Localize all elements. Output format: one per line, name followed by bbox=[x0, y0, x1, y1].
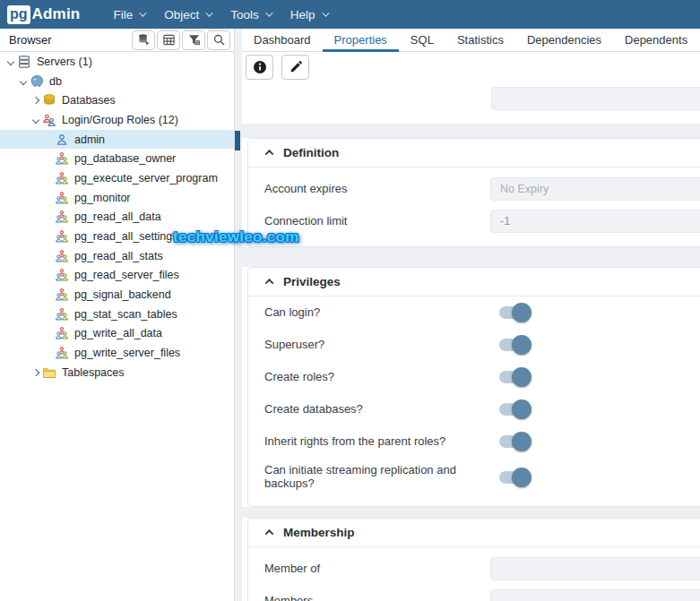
role-icon bbox=[55, 171, 70, 185]
tree-item-label: pg_read_server_files bbox=[74, 269, 179, 281]
tree-expander[interactable] bbox=[16, 79, 30, 84]
tree-item-pg-read-server-files[interactable]: pg_read_server_files bbox=[0, 266, 234, 286]
edit-button[interactable] bbox=[281, 55, 309, 80]
menu-tools[interactable]: Tools bbox=[220, 0, 281, 29]
membership-section-header[interactable]: Membership bbox=[248, 519, 700, 547]
superuser-toggle[interactable] bbox=[499, 339, 530, 351]
collapse-chevron-icon[interactable] bbox=[265, 279, 274, 288]
tree-expander[interactable] bbox=[29, 370, 42, 375]
info-button[interactable] bbox=[246, 55, 273, 80]
account-expires-input[interactable] bbox=[490, 177, 700, 201]
tree-item-pg-write-server-files[interactable]: pg_write_server_files bbox=[0, 343, 234, 363]
tab-dependencies[interactable]: Dependencies bbox=[515, 29, 613, 51]
chevron-down-icon[interactable] bbox=[19, 77, 26, 84]
tree-item-pg-database-owner[interactable]: pg_database_owner bbox=[0, 149, 234, 168]
privilege-row: Can login? bbox=[248, 296, 700, 329]
tree-expander[interactable] bbox=[4, 59, 17, 64]
tree-item-pg-write-all-data[interactable]: pg_write_all_data bbox=[0, 324, 234, 344]
chevron-down-icon bbox=[139, 9, 146, 16]
tree-item-pg-read-all-settings[interactable]: pg_read_all_settings bbox=[0, 227, 234, 246]
toggle-knob bbox=[512, 367, 531, 387]
tree-item-pg-read-all-stats[interactable]: pg_read_all_stats bbox=[0, 246, 234, 266]
tree-item-label: Tablespaces bbox=[62, 366, 125, 379]
member-of-input[interactable] bbox=[490, 557, 700, 580]
form-row: Connection limit bbox=[248, 205, 700, 237]
tree-item-label: pg_read_all_settings bbox=[74, 230, 177, 243]
chevron-down-icon bbox=[322, 9, 329, 16]
toggle-knob bbox=[512, 468, 531, 487]
collapse-chevron-icon[interactable] bbox=[265, 529, 274, 538]
create-roles-toggle[interactable] bbox=[499, 371, 530, 383]
tree-item-databases[interactable]: Databases bbox=[0, 90, 234, 110]
toggle-knob bbox=[512, 432, 531, 451]
app-header: pg Admin FileObjectToolsHelp bbox=[0, 0, 700, 29]
tree-item-admin[interactable]: admin bbox=[0, 130, 234, 150]
tree-item-pg-signal-backend[interactable]: pg_signal_backend bbox=[0, 285, 234, 305]
privilege-row: Inherit rights from the parent roles? bbox=[248, 425, 700, 458]
tab-statistics[interactable]: Statistics bbox=[445, 29, 515, 51]
tree-item-db[interactable]: db bbox=[0, 72, 234, 91]
toggle-knob bbox=[512, 399, 531, 419]
menu-file[interactable]: File bbox=[103, 0, 154, 29]
object-explorer-tree: Servers (1)dbDatabasesLogin/Group Roles … bbox=[0, 52, 235, 601]
connection-limit-input[interactable] bbox=[490, 210, 700, 233]
chevron-right-icon[interactable] bbox=[31, 97, 39, 104]
chevron-down-icon[interactable] bbox=[31, 116, 39, 124]
field-label: Members bbox=[264, 595, 490, 601]
members-input[interactable] bbox=[490, 589, 700, 601]
tab-dashboard[interactable]: Dashboard bbox=[242, 29, 323, 51]
privileges-section: Privileges Can login?Superuser?Create ro… bbox=[247, 267, 700, 507]
search-button[interactable] bbox=[207, 30, 230, 50]
privilege-label: Can login? bbox=[264, 306, 499, 320]
database-stack-button[interactable] bbox=[132, 30, 155, 50]
tree-item-label: Databases bbox=[62, 94, 116, 107]
tree-item-label: pg_stat_scan_tables bbox=[74, 308, 177, 321]
section-gap bbox=[242, 124, 700, 138]
tab-properties[interactable]: Properties bbox=[323, 29, 399, 51]
role-icon bbox=[55, 249, 70, 263]
info-icon bbox=[253, 60, 267, 74]
tree-item-pg-stat-scan-tables[interactable]: pg_stat_scan_tables bbox=[0, 305, 234, 324]
tree-item-label: db bbox=[49, 75, 62, 88]
definition-rows: Account expiresConnection limit bbox=[248, 167, 700, 237]
main-tabbar: DashboardPropertiesSQLStatisticsDependen… bbox=[242, 29, 700, 52]
menu-bar: FileObjectToolsHelp bbox=[103, 0, 336, 29]
can-login-toggle[interactable] bbox=[499, 306, 530, 319]
tree-item-label: pg_execute_server_program bbox=[74, 172, 218, 185]
tree-expander[interactable] bbox=[29, 117, 42, 123]
tab-sql[interactable]: SQL bbox=[399, 29, 445, 51]
panel-splitter[interactable] bbox=[235, 29, 242, 601]
create-databases-toggle[interactable] bbox=[499, 403, 530, 416]
tree-item-label: Login/Group Roles (12) bbox=[62, 114, 178, 126]
tree-item-label: pg_read_all_stats bbox=[74, 250, 163, 262]
menu-help[interactable]: Help bbox=[281, 0, 337, 29]
chevron-right-icon[interactable] bbox=[31, 369, 39, 376]
tree-item-login-group-roles-12[interactable]: Login/Group Roles (12) bbox=[0, 110, 234, 130]
tree-item-tablespaces[interactable]: Tablespaces bbox=[0, 363, 234, 382]
definition-section-header[interactable]: Definition bbox=[248, 139, 700, 167]
scrolled-field-partial[interactable] bbox=[491, 87, 700, 110]
user-icon bbox=[55, 133, 70, 147]
menu-label: Object bbox=[164, 8, 199, 21]
tree-item-label: Servers (1) bbox=[37, 56, 92, 68]
menu-object[interactable]: Object bbox=[154, 0, 220, 29]
inherit-rights-from-the-parent-roles-toggle[interactable] bbox=[499, 435, 530, 448]
filter-funnel-button[interactable] bbox=[182, 30, 205, 50]
collapse-chevron-icon[interactable] bbox=[265, 150, 274, 159]
table-grid-button[interactable] bbox=[157, 30, 180, 50]
tree-item-pg-execute-server-program[interactable]: pg_execute_server_program bbox=[0, 168, 234, 188]
tree-item-pg-read-all-data[interactable]: pg_read_all_data bbox=[0, 208, 234, 228]
databases-icon bbox=[42, 93, 57, 107]
tree-item-pg-monitor[interactable]: pg_monitor bbox=[0, 188, 234, 208]
tree-expander[interactable] bbox=[29, 98, 42, 103]
postgres-icon bbox=[30, 74, 45, 89]
toggle-knob bbox=[512, 303, 531, 322]
privileges-section-header[interactable]: Privileges bbox=[248, 268, 700, 296]
can-initiate-streaming-replication-and-backups-toggle[interactable] bbox=[499, 471, 530, 484]
tab-dependents[interactable]: Dependents bbox=[613, 29, 699, 51]
field-label: Member of bbox=[264, 562, 490, 576]
tree-item-label: pg_read_all_data bbox=[74, 210, 161, 223]
chevron-down-icon[interactable] bbox=[6, 58, 13, 65]
form-row: Member of bbox=[248, 553, 700, 585]
tree-item-servers-1[interactable]: Servers (1) bbox=[0, 52, 234, 72]
